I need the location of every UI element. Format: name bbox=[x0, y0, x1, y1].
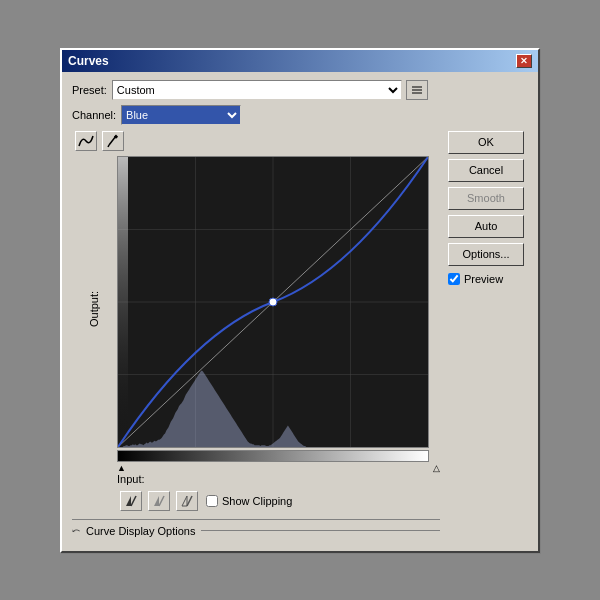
channel-row: Channel: RGB Red Green Blue bbox=[72, 105, 528, 125]
tool-row bbox=[72, 131, 440, 151]
divider bbox=[201, 530, 440, 531]
show-clipping-label: Show Clipping bbox=[222, 495, 292, 507]
preset-options-button[interactable] bbox=[406, 80, 428, 100]
preview-label: Preview bbox=[464, 273, 503, 285]
svg-line-6 bbox=[131, 496, 136, 506]
svg-line-8 bbox=[187, 496, 192, 506]
input-gradient-area bbox=[117, 450, 429, 462]
show-clipping-row: Show Clipping bbox=[206, 495, 292, 507]
curve-section: Output: ▲ △ bbox=[72, 131, 440, 537]
curve-tool-button[interactable] bbox=[75, 131, 97, 151]
channel-select[interactable]: RGB Red Green Blue bbox=[121, 105, 241, 125]
close-button[interactable]: ✕ bbox=[516, 54, 532, 68]
curve-display-row: ⤺ Curve Display Options bbox=[72, 519, 440, 537]
input-row: ▲ △ bbox=[117, 463, 440, 473]
preset-label: Preset: bbox=[72, 84, 107, 96]
curve-display-label: Curve Display Options bbox=[86, 525, 195, 537]
canvas-area bbox=[117, 156, 429, 462]
dialog-content: Preset: Custom Default Linear Contrast M… bbox=[62, 72, 538, 551]
smooth-button[interactable]: Smooth bbox=[448, 187, 524, 210]
chevron-icon[interactable]: ⤺ bbox=[72, 525, 80, 536]
main-area: Output: ▲ △ bbox=[72, 131, 528, 537]
preset-select[interactable]: Custom Default Linear Contrast Medium Co… bbox=[112, 80, 402, 100]
options-button[interactable]: Options... bbox=[448, 243, 524, 266]
black-point-icon: ▲ bbox=[117, 463, 126, 473]
output-area: Output: bbox=[72, 164, 117, 454]
sampler-icons bbox=[117, 491, 198, 511]
pencil-tool-button[interactable] bbox=[102, 131, 124, 151]
svg-line-4 bbox=[108, 145, 109, 147]
curve-wrapper: Output: bbox=[72, 156, 440, 462]
curves-dialog: Curves ✕ Preset: Custom Default Linear C… bbox=[60, 48, 540, 553]
white-sampler-button[interactable] bbox=[176, 491, 198, 511]
black-sampler-button[interactable] bbox=[120, 491, 142, 511]
ok-button[interactable]: OK bbox=[448, 131, 524, 154]
svg-line-7 bbox=[159, 496, 164, 506]
input-label-area: Input: bbox=[117, 473, 440, 485]
output-label: Output: bbox=[88, 290, 100, 326]
dialog-title: Curves bbox=[68, 54, 109, 68]
channel-label: Channel: bbox=[72, 109, 116, 121]
input-label: Input: bbox=[117, 473, 145, 485]
white-point-icon: △ bbox=[433, 463, 440, 473]
right-panel: OK Cancel Smooth Auto Options... Preview bbox=[448, 131, 528, 537]
cancel-button[interactable]: Cancel bbox=[448, 159, 524, 182]
preview-checkbox[interactable] bbox=[448, 273, 460, 285]
auto-button[interactable]: Auto bbox=[448, 215, 524, 238]
curve-canvas[interactable] bbox=[117, 156, 429, 448]
input-gradient-bar bbox=[117, 450, 429, 462]
title-bar-buttons: ✕ bbox=[516, 54, 532, 68]
preset-row: Preset: Custom Default Linear Contrast M… bbox=[72, 80, 528, 100]
show-clipping-checkbox[interactable] bbox=[206, 495, 218, 507]
title-bar: Curves ✕ bbox=[62, 50, 538, 72]
preview-row: Preview bbox=[448, 273, 528, 285]
bottom-controls: Show Clipping bbox=[117, 491, 440, 511]
gray-sampler-button[interactable] bbox=[148, 491, 170, 511]
